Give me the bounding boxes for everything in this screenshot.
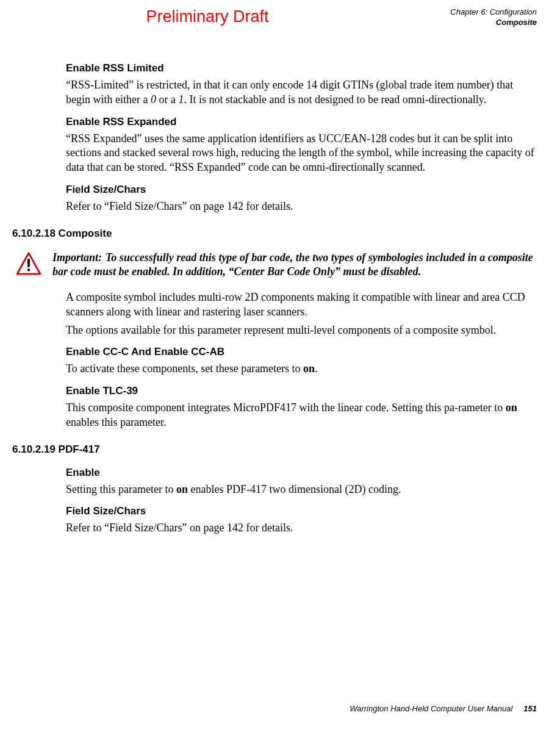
draft-watermark: Preliminary Draft [116,7,299,26]
section-heading-pdf417: 6.10.2.19 PDF-417 [0,444,537,456]
important-block: Important:To successfully read this type… [16,251,537,280]
subheading-field-size-2: Field Size/Chars [66,505,537,517]
text-italic: 0 [151,93,156,106]
body-text: Refer to “Field Size/Chars” on page 142 … [66,521,537,536]
text-bold: on [176,483,188,495]
subheading-field-size: Field Size/Chars [66,184,537,196]
svg-rect-1 [27,259,30,267]
body-text: To activate these components, set these … [66,362,537,376]
text: . It is not stackable and is not designe… [184,93,486,106]
subheading-rss-expanded: Enable RSS Expanded [66,116,537,128]
subheading-enable: Enable [66,467,537,479]
important-label: Important: [52,251,102,264]
body-text: Setting this parameter to on enables PDF… [66,483,537,497]
svg-rect-2 [27,268,30,271]
text: enables this parameter. [66,416,166,428]
important-text: Important:To successfully read this type… [52,251,537,280]
body-text: The options available for this parameter… [66,323,537,338]
body-text: “RSS-Limited” is restricted, in that it … [66,78,537,107]
footer-page-number: 151 [523,704,537,713]
section-heading-composite: 6.10.2.18 Composite [0,228,537,240]
warning-icon [16,252,41,275]
subheading-tlc-39: Enable TLC-39 [66,385,537,397]
header-chapter-block: Chapter 6: Configuration Composite [450,7,537,28]
header-section: Composite [450,18,537,28]
text: Setting this parameter to [66,483,176,495]
text: . [315,362,318,375]
subheading-rss-limited: Enable RSS Limited [66,62,537,74]
text: This composite component integrates Micr… [66,401,506,414]
body-text: “RSS Expanded” uses the same application… [66,132,537,175]
important-body: To successfully read this type of bar co… [52,251,533,278]
body-text: Refer to “Field Size/Chars” on page 142 … [66,199,537,214]
text: enables PDF-417 two dimensional (2D) cod… [188,483,401,495]
important-text-wrap: Important:To successfully read this type… [52,251,537,280]
text: or a [156,93,178,106]
text: To activate these components, set these … [66,362,303,375]
page-content: Enable RSS Limited “RSS-Limited” is rest… [0,54,560,539]
body-text: This composite component integrates Micr… [66,401,537,430]
header-chapter: Chapter 6: Configuration [450,7,537,18]
text-bold: on [506,401,517,414]
body-text: A composite symbol includes multi-row 2D… [66,290,537,320]
text-bold: on [303,362,315,375]
page-footer: Warrington Hand-Held Computer User Manua… [0,704,560,713]
footer-title: Warrington Hand-Held Computer User Manua… [350,704,512,713]
subheading-cc-c-cc-ab: Enable CC-C And Enable CC-AB [66,346,537,358]
